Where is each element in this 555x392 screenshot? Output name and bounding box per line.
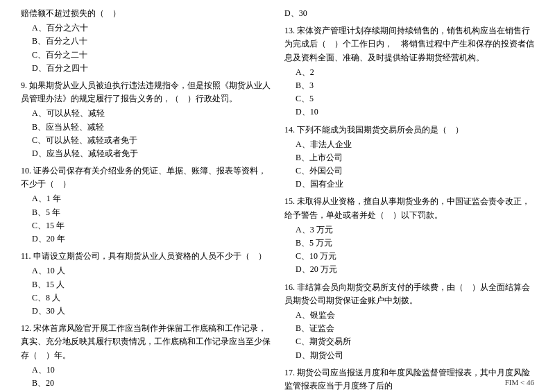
option: A、2 <box>296 66 534 79</box>
option: D、应当从轻、减轻或者免于 <box>32 147 271 160</box>
question-block-12: 12. 宋体首席风险官开展工作应当制作并保留工作底稿和工作记录，真实、充分地反映… <box>21 322 271 392</box>
option: C、5 <box>296 92 534 105</box>
option: A、10 <box>32 364 271 377</box>
question-text: 12. 宋体首席风险官开展工作应当制作并保留工作底稿和工作记录，真实、充分地反映… <box>21 322 271 362</box>
option: C、8 人 <box>32 291 271 305</box>
option: C、15 年 <box>32 219 271 232</box>
question-block-header-left: 赔偿额不超过损失的（ ） A、百分之六十 B、百分之八十 C、百分之二十 D、百… <box>21 7 271 75</box>
option: A、1 年 <box>32 192 271 205</box>
question-block-13: 13. 宋体资产管理计划存续期间持续销售的，销售机构应当在销售行为完成后（ ）个… <box>284 24 534 119</box>
option: B、15 人 <box>32 278 271 291</box>
option: D、百分之四十 <box>32 62 271 75</box>
question-block-9: 9. 如果期货从业人员被迫执行违法违规指令，但是按照《期货从业人员管理办法》的规… <box>21 79 271 160</box>
option: A、银监会 <box>296 309 534 322</box>
question-text: 15. 未取得从业资格，擅自从事期货业务的，中国证监会责令改正，给予警告，单处或… <box>284 195 534 221</box>
option: B、5 年 <box>32 206 271 219</box>
question-block-header-right: D、30 <box>284 7 534 20</box>
right-column: D、30 13. 宋体资产管理计划存续期间持续销售的，销售机构应当在销售行为完成… <box>284 7 534 392</box>
option: B、上市公司 <box>296 151 534 164</box>
option: A、3 万元 <box>296 223 534 237</box>
option: B、5 万元 <box>296 237 534 250</box>
option: D、国有企业 <box>296 178 534 191</box>
option: C、期货交易所 <box>296 335 534 348</box>
question-text: 9. 如果期货从业人员被迫执行违法违规指令，但是按照《期货从业人员管理办法》的规… <box>21 79 271 105</box>
question-text: 17. 期货公司应当报送月度和年度风险监督管理报表，其中月度风险监管报表应当于月… <box>284 366 534 392</box>
option: D、10 <box>296 105 534 119</box>
question-block-17: 17. 期货公司应当报送月度和年度风险监督管理报表，其中月度风险监管报表应当于月… <box>284 366 534 392</box>
option: A、可以从轻、减轻 <box>32 107 271 120</box>
option: D、期货公司 <box>296 349 534 362</box>
question-text: 11. 申请设立期货公司，具有期货从业人员资格的人员不少于（ ） <box>21 250 271 263</box>
page-container: 赔偿额不超过损失的（ ） A、百分之六十 B、百分之八十 C、百分之二十 D、百… <box>21 7 534 392</box>
option: C、10 万元 <box>296 250 534 263</box>
fim-note: FIM < 46 <box>505 378 534 386</box>
option: D、20 万元 <box>296 263 534 276</box>
question-text: 13. 宋体资产管理计划存续期间持续销售的，销售机构应当在销售行为完成后（ ）个… <box>284 24 534 65</box>
option: B、应当从轻、减轻 <box>32 121 271 134</box>
left-column: 赔偿额不超过损失的（ ） A、百分之六十 B、百分之八十 C、百分之二十 D、百… <box>21 7 271 392</box>
question-block-10: 10. 证券公司保存有关介绍业务的凭证、单据、账簿、报表等资料，不少于（ ） A… <box>21 164 271 246</box>
question-block-15: 15. 未取得从业资格，擅自从事期货业务的，中国证监会责令改正，给予警告，单处或… <box>284 195 534 276</box>
option: C、外国公司 <box>296 164 534 178</box>
question-text: 10. 证券公司保存有关介绍业务的凭证、单据、账簿、报表等资料，不少于（ ） <box>21 164 271 191</box>
question-block-16: 16. 非结算会员向期货交易所支付的手续费，由（ ）从全面结算会员期货公司期货保… <box>284 281 534 362</box>
option: B、3 <box>296 79 534 92</box>
option: B、20 <box>32 377 271 390</box>
option: C、百分之二十 <box>32 49 271 62</box>
question-text: 赔偿额不超过损失的（ ） <box>21 7 271 20</box>
option: A、10 人 <box>32 264 271 278</box>
option: C、可以从轻、减轻或者免于 <box>32 134 271 147</box>
question-text: 14. 下列不能成为我国期货交易所会员的是（ ） <box>284 123 534 137</box>
question-text: 16. 非结算会员向期货交易所支付的手续费，由（ ）从全面结算会员期货公司期货保… <box>284 281 534 307</box>
option: D、20 年 <box>32 232 271 246</box>
option: D、30 人 <box>32 305 271 318</box>
answer-d30: D、30 <box>284 7 534 20</box>
option: B、证监会 <box>296 322 534 335</box>
question-block-11: 11. 申请设立期货公司，具有期货从业人员资格的人员不少于（ ） A、10 人 … <box>21 250 271 318</box>
option: B、百分之八十 <box>32 35 271 48</box>
question-block-14: 14. 下列不能成为我国期货交易所会员的是（ ） A、非法人企业 B、上市公司 … <box>284 123 534 191</box>
option: A、百分之六十 <box>32 22 271 35</box>
option: A、非法人企业 <box>296 138 534 151</box>
